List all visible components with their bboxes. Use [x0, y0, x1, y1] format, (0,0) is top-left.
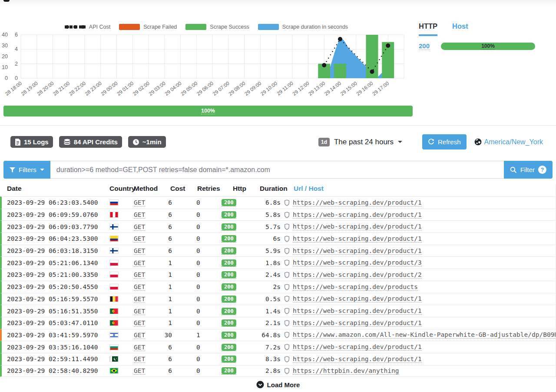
method-label[interactable]: GET — [134, 259, 145, 267]
http-status-badge[interactable]: 200 — [222, 247, 236, 255]
http-status-badge[interactable]: 200 — [222, 259, 236, 267]
url-link[interactable]: https://web-scraping.dev/product/1 — [293, 355, 422, 363]
shield-icon — [284, 236, 290, 242]
logs-count-badge: 15 Logs — [10, 136, 53, 148]
url-link[interactable]: https://web-scraping.dev/product/1 — [293, 343, 422, 351]
method-label[interactable]: GET — [134, 344, 145, 351]
method-label[interactable]: GET — [134, 367, 145, 375]
col-header-retries: Retries — [172, 185, 211, 193]
svg-text:28 18:00: 28 18:00 — [4, 80, 23, 96]
http-status-badge[interactable]: 200 — [222, 367, 236, 375]
filters-dropdown-button[interactable]: Filters — [3, 161, 50, 179]
table-row[interactable]: 2023-09-29 02:59:11.4490GET602008.3shttp… — [0, 353, 556, 365]
success-rate-label[interactable]: 100% — [201, 108, 215, 114]
legend-swatch-box — [119, 24, 140, 30]
http-status-badge[interactable]: 200 — [222, 211, 236, 219]
legend-item-api-cost[interactable]: API Cost — [65, 24, 110, 30]
legend-swatch-box — [258, 24, 279, 30]
url-link[interactable]: https://web-scraping.dev/product/1 — [293, 295, 422, 302]
chevron-down-icon[interactable] — [398, 141, 402, 143]
table-row[interactable]: 2023-09-29 05:03:47.0110GET102002.1shttp… — [0, 317, 556, 329]
timezone-link[interactable]: America/New_York — [484, 138, 543, 146]
http-cell: 200 — [211, 271, 242, 279]
http-status-badge[interactable]: 200 — [222, 343, 236, 351]
table-row[interactable]: 2023-09-29 05:21:00.3350GET102002.4shttp… — [0, 269, 556, 281]
method-label[interactable]: GET — [134, 199, 145, 206]
method-label[interactable]: GET — [134, 247, 145, 255]
shield-icon — [284, 284, 290, 290]
help-icon[interactable]: ? — [538, 166, 546, 174]
success-rate-bar[interactable]: 100% — [3, 106, 413, 116]
time-range-select[interactable]: The past 24 hours — [334, 138, 394, 146]
retries-value: 0 — [172, 199, 211, 206]
method-label[interactable]: GET — [134, 223, 145, 231]
filter-query-input[interactable] — [50, 161, 504, 179]
table-row[interactable]: 2023-09-29 02:58:40.8290GET602002.8shttp… — [0, 365, 556, 377]
method-label[interactable]: GET — [134, 355, 145, 363]
http-status-badge[interactable]: 200 — [222, 223, 236, 231]
table-row[interactable]: 2023-09-29 05:21:06.1340GET102001.8shttp… — [0, 256, 556, 269]
http-status-badge[interactable]: 200 — [222, 283, 236, 291]
tab-http[interactable]: HTTP — [419, 22, 437, 36]
url-link[interactable]: https://web-scraping.dev/product/1 — [293, 199, 422, 206]
duration-value: 5.7s — [242, 223, 281, 230]
table-row[interactable]: 2023-09-29 05:16:51.3550GET102001.4shttp… — [0, 305, 556, 317]
table-row[interactable]: 2023-09-29 06:04:23.5300GET602006shttps:… — [0, 233, 556, 245]
table-row[interactable]: 2023-09-29 05:20:50.4550GET102002shttps:… — [0, 281, 556, 293]
method-label[interactable]: GET — [134, 283, 145, 291]
shield-icon — [284, 272, 290, 278]
url-link[interactable]: https://web-scraping.dev/product/1 — [293, 319, 422, 327]
table-row[interactable]: 2023-09-29 06:03:18.3150GET602005.9shttp… — [0, 245, 556, 257]
url-link[interactable]: https://web-scraping.dev/product/2 — [293, 271, 422, 279]
url-link[interactable]: https://web-scraping.dev/product/3 — [293, 259, 422, 266]
url-link[interactable]: https://httpbin.dev/anything — [293, 367, 399, 375]
table-row[interactable]: 2023-09-29 06:09:59.0760GET602005.8shttp… — [0, 209, 556, 221]
method-label[interactable]: GET — [134, 319, 145, 327]
http-cell: 200 — [211, 283, 242, 291]
legend-item-scrape-duration-in-seconds[interactable]: Scrape duration in seconds — [258, 24, 348, 30]
load-more-button[interactable]: Load More — [0, 377, 556, 392]
method-label[interactable]: GET — [134, 332, 145, 339]
country-flag-icon-pl — [109, 272, 134, 278]
http-status-badge[interactable]: 200 — [222, 307, 236, 315]
duration-value: 5.9s — [242, 247, 281, 254]
method-label[interactable]: GET — [134, 296, 145, 303]
url-link[interactable]: https://web-scraping.dev/product/1 — [293, 223, 422, 230]
http-status-badge[interactable]: 200 — [222, 235, 236, 243]
table-row[interactable]: 2023-09-29 05:16:59.5570GET102000.5shttp… — [0, 293, 556, 305]
refresh-button[interactable]: Refresh — [422, 134, 467, 149]
duration-value: 5.8s — [242, 211, 281, 218]
legend-item-scrape-success[interactable]: Scrape Success — [185, 24, 249, 30]
url-cell: https://web-scraping.dev/product/1 — [281, 307, 556, 315]
url-link[interactable]: https://web-scraping.dev/product/1 — [293, 307, 422, 315]
filter-submit-button[interactable]: Filter ? — [504, 161, 553, 179]
table-row[interactable]: 2023-09-29 06:09:03.7790GET602005.7shttp… — [0, 220, 556, 233]
legend-item-scrape-failed[interactable]: Scrape Failed — [119, 24, 177, 30]
url-link[interactable]: https://web-scraping.dev/products — [293, 283, 418, 291]
url-link[interactable]: https://web-scraping.dev/product/1 — [293, 235, 422, 243]
url-link[interactable]: https://web-scraping.dev/product/1 — [293, 247, 422, 255]
method-label[interactable]: GET — [134, 271, 145, 279]
method-cell: GET — [134, 319, 162, 326]
http-status-badge[interactable]: 200 — [222, 319, 236, 327]
http-status-badge[interactable]: 200 — [222, 271, 236, 279]
http-status-badge[interactable]: 200 — [222, 199, 236, 206]
method-label[interactable]: GET — [134, 235, 145, 243]
url-link[interactable]: https://web-scraping.dev/product/1 — [293, 211, 422, 219]
url-cell: https://web-scraping.dev/product/1 — [281, 199, 556, 206]
svg-text:29 03:00: 29 03:00 — [148, 80, 166, 96]
method-label[interactable]: GET — [134, 211, 145, 219]
table-row[interactable]: 2023-09-29 06:23:03.5400GET602006.8shttp… — [0, 196, 556, 209]
http-status-badge[interactable]: 200 — [222, 295, 236, 303]
col-header-url-host[interactable]: Url / Host — [281, 185, 556, 193]
table-row[interactable]: 2023-09-29 03:35:16.1040GET602007.2shttp… — [0, 341, 556, 353]
http-status-badge[interactable]: 200 — [222, 331, 236, 339]
http-200-link[interactable]: 200 — [419, 42, 430, 50]
svg-text:29 06:00: 29 06:00 — [196, 80, 215, 96]
tab-host[interactable]: Host — [452, 22, 468, 36]
table-row[interactable]: 2023-09-29 03:41:59.5970GET30120064.8sht… — [0, 329, 556, 341]
http-status-badge[interactable]: 200 — [222, 355, 236, 363]
url-cell: https://web-scraping.dev/product/1 — [281, 343, 556, 351]
url-link[interactable]: https://www.amazon.com/All-new-Kindle-Pa… — [293, 331, 556, 339]
method-label[interactable]: GET — [134, 308, 145, 315]
